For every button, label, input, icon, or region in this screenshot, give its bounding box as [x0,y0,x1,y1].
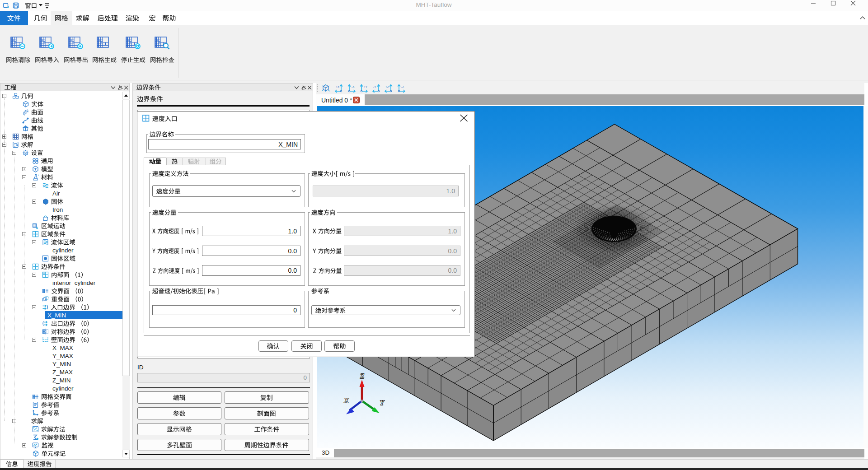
svg-text:+Z: +Z [385,85,389,88]
svg-text:Z: Z [360,372,364,380]
svg-text:X: X [344,397,349,404]
svg-text:+X: +X [336,85,340,88]
svg-text:-Z: -Z [401,85,404,88]
svg-text:-Y: -Y [373,85,376,88]
svg-text:-X: -X [352,85,355,88]
svg-text:+Y: +Y [364,85,368,88]
